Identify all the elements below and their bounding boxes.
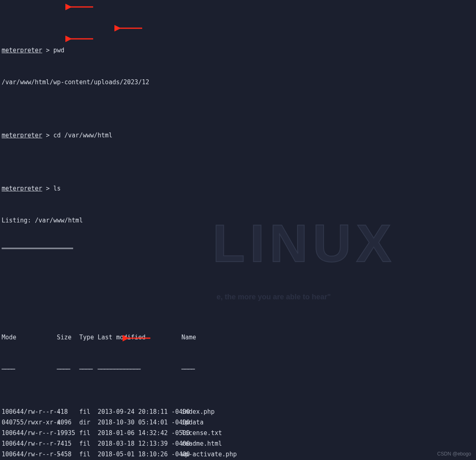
ls-cell-mode: 100644/rw-r--r-- [2, 449, 57, 460]
prompt-line-pwd: meterpreter > pwd [2, 45, 474, 56]
prompt-symbol: > [46, 132, 49, 139]
ls-cell-type: dir [79, 417, 98, 428]
command-cd: cd /var/www/html [53, 132, 112, 139]
ls-cell-type: fil [79, 406, 98, 417]
prompt-line-cd: meterpreter > cd /var/www/html [2, 130, 474, 141]
ls-row: 100644/rw-r--r--5458fil2018-05-01 18:10:… [2, 449, 474, 460]
ls-cell-type: fil [79, 438, 98, 449]
prompt-prefix: meterpreter [2, 132, 42, 139]
ls-cell-date: 2018-03-18 12:13:39 -0400 [98, 438, 181, 449]
listing-separator [2, 248, 73, 249]
ls-header-date: Last modified [98, 332, 181, 343]
ls-row: 100644/rw-r--r--19935fil2018-01-06 14:32… [2, 428, 474, 438]
ls-cell-mode: 100644/rw-r--r-- [2, 406, 57, 417]
prompt-line-ls: meterpreter > ls [2, 183, 474, 194]
ls-cell-date: 2018-01-06 14:32:42 -0500 [98, 428, 181, 438]
ls-header-type: Type [79, 332, 98, 343]
ls-cell-mode: 040755/rwxr-xr-x [2, 417, 57, 428]
output-pwd: /var/www/html/wp-content/uploads/2023/12 [2, 77, 474, 88]
ls-cell-name: wp-activate.php [181, 449, 474, 460]
ls-cell-date: 2018-10-30 05:14:01 -0400 [98, 417, 181, 428]
listing-header: Listing: /var/www/html [2, 215, 474, 226]
ls-row: 040755/rwxr-xr-x4096dir2018-10-30 05:14:… [2, 417, 474, 428]
ls-cell-date: 2013-09-24 20:18:11 -0400 [98, 406, 181, 417]
ls-header-name: Name [181, 332, 474, 343]
prompt-symbol: > [46, 47, 49, 54]
ls-cell-mode: 100644/rw-r--r-- [2, 428, 57, 438]
ls-cell-size: 5458 [57, 449, 79, 460]
ls-header-underline [2, 364, 474, 375]
ls-cell-type: fil [79, 428, 98, 438]
terminal-output[interactable]: meterpreter > pwd /var/www/html/wp-conte… [0, 0, 476, 460]
ls-row: 100644/rw-r--r--7415fil2018-03-18 12:13:… [2, 438, 474, 449]
ls-cell-size: 7415 [57, 438, 79, 449]
ls-cell-name: readme.html [181, 438, 474, 449]
prompt-prefix: meterpreter [2, 47, 42, 54]
ls-cell-name: ipdata [181, 417, 474, 428]
command-ls: ls [53, 185, 60, 192]
ls-cell-size: 4096 [57, 417, 79, 428]
ls-row: 100644/rw-r--r--418fil2013-09-24 20:18:1… [2, 406, 474, 417]
ls-header-row: Mode Size Type Last modified Name [2, 332, 474, 343]
ls-cell-name: license.txt [181, 428, 474, 438]
ls-header-size: Size [57, 332, 79, 343]
ls-cell-date: 2018-05-01 18:10:26 -0400 [98, 449, 181, 460]
ls-cell-type: fil [79, 449, 98, 460]
ls-cell-size: 418 [57, 406, 79, 417]
ls-cell-mode: 100644/rw-r--r-- [2, 438, 57, 449]
ls-header-mode: Mode [2, 332, 57, 343]
watermark-text: CSDN @ebogo [437, 451, 471, 457]
prompt-prefix: meterpreter [2, 185, 42, 192]
ls-cell-name: index.php [181, 406, 474, 417]
command-pwd: pwd [53, 47, 64, 54]
prompt-symbol: > [46, 185, 49, 192]
ls-cell-size: 19935 [57, 428, 79, 438]
